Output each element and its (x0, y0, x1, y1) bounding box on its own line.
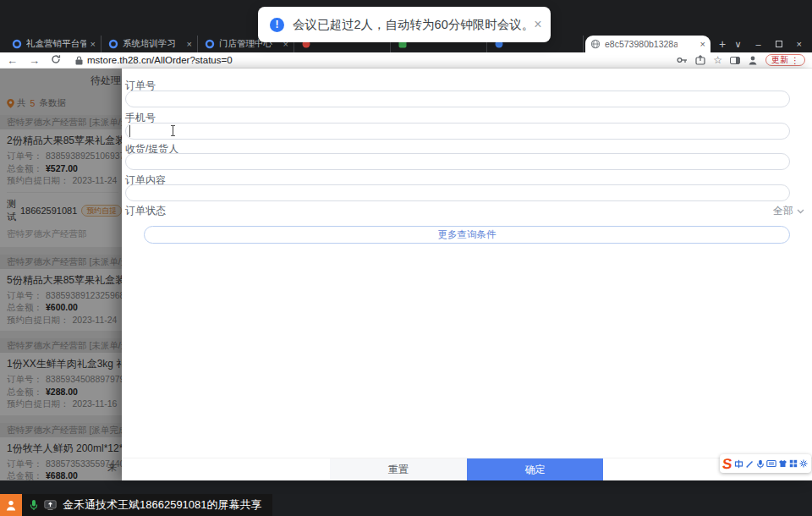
screen: 礼盒营销平台管理中心 × 系统培训学习 × 门店管理中心 × e8c573980… (0, 0, 812, 516)
person-icon (5, 499, 17, 511)
site-favicon (205, 39, 215, 49)
tab-title: 礼盒营销平台管理中心 (26, 38, 86, 50)
site-favicon (108, 39, 118, 49)
order-content-input[interactable] (125, 184, 790, 201)
kebab-menu-icon[interactable]: ⋮ (791, 56, 799, 65)
screen-share-indicator[interactable]: 金禾通技术王斌18662591081的屏幕共享 (0, 494, 272, 516)
more-conditions-button[interactable]: 更多查询条件 (144, 226, 790, 244)
modal-dim-overlay (0, 69, 122, 480)
status-selected-value: 全部 (773, 204, 793, 218)
meeting-toast: ! 会议已超过2人，自动转为60分钟限时会议。 × (258, 7, 551, 42)
chrome-update-button[interactable]: 更新 ⋮ (765, 54, 805, 66)
browser-tab-1[interactable]: 礼盒营销平台管理中心 × (7, 36, 102, 52)
skin-icon[interactable] (778, 459, 787, 468)
bookmark-star-icon[interactable]: ☆ (713, 54, 722, 66)
order-search-drawer: 订单号 手机号 收货/提货人 订单内容 订单状态 全部 更多查询条件 重置 确定 (122, 69, 812, 480)
share-icon[interactable] (695, 55, 705, 65)
toast-close-icon[interactable]: × (534, 18, 541, 31)
page-content: 待处理 共5条数据 密特罗德水产经营部 [未派单/无需拆单] 2份精品大果85苹… (0, 69, 812, 480)
keyboard-icon[interactable] (766, 459, 776, 468)
lock-icon (75, 56, 83, 65)
side-panel-icon[interactable] (730, 57, 740, 64)
settings-gear-icon[interactable] (799, 459, 808, 468)
pen-icon[interactable] (745, 459, 754, 469)
minimize-button[interactable]: – (755, 39, 760, 49)
taskbar: 金禾通技术王斌18662591081的屏幕共享 (0, 480, 812, 516)
profile-avatar-icon[interactable] (748, 55, 758, 65)
order-status-select[interactable]: 全部 (773, 204, 804, 218)
maximize-button[interactable] (776, 41, 782, 47)
reset-button[interactable]: 重置 (330, 458, 467, 480)
address-bar[interactable]: mstore.th28.cn/AllOrder?status=0 (75, 55, 233, 65)
ibeam-cursor (169, 124, 177, 140)
key-icon[interactable] (677, 56, 688, 64)
reload-icon[interactable] (51, 54, 61, 66)
voice-input-icon[interactable] (756, 459, 765, 469)
receiver-input[interactable] (125, 153, 790, 170)
sogou-logo-icon: S (721, 457, 732, 471)
browser-tab-active[interactable]: e8c573980b1328a258fd2e6f8 × (585, 36, 710, 52)
chinese-mode-icon[interactable] (734, 459, 743, 469)
text-caret (129, 125, 130, 137)
chevron-down-icon (797, 209, 804, 214)
order-status-label: 订单状态 (125, 204, 166, 218)
phone-input[interactable] (125, 123, 790, 140)
tab-search-icon[interactable]: ∨ (734, 39, 741, 50)
microphone-icon (30, 499, 38, 511)
tab-close-icon[interactable]: × (91, 39, 96, 49)
site-favicon (12, 39, 22, 49)
browser-tab-2[interactable]: 系统培训学习 × (103, 36, 198, 52)
browser-toolbar: ← → mstore.th28.cn/AllOrder?status=0 ☆ 更… (0, 52, 812, 69)
info-icon: ! (270, 18, 284, 32)
window-controls: ∨ – × (734, 36, 812, 52)
new-tab-button[interactable]: + (716, 37, 729, 51)
tab-close-icon[interactable]: × (700, 39, 705, 49)
tab-close-icon[interactable]: × (187, 39, 192, 49)
globe-icon (590, 39, 601, 49)
ime-toolbar[interactable]: S (720, 454, 811, 473)
screen-share-icon (44, 500, 57, 510)
screen-share-text: 金禾通技术王斌18662591081的屏幕共享 (63, 497, 262, 513)
update-label: 更新 (771, 54, 788, 66)
close-window-button[interactable]: × (797, 39, 802, 49)
order-list-sidebar: 待处理 共5条数据 密特罗德水产经营部 [未派单/无需拆单] 2份精品大果85苹… (0, 69, 122, 480)
toolbox-icon[interactable] (789, 459, 798, 468)
toast-message: 会议已超过2人，自动转为60分钟限时会议。 (293, 17, 534, 33)
sharer-avatar (0, 494, 22, 516)
tab-title: e8c573980b1328a258fd2e6f8 (605, 39, 678, 49)
order-no-input[interactable] (125, 91, 790, 107)
forward-icon[interactable]: → (29, 55, 40, 66)
confirm-button[interactable]: 确定 (467, 458, 603, 480)
back-icon[interactable]: ← (7, 55, 18, 66)
tab-title: 系统培训学习 (123, 38, 176, 50)
url-text: mstore.th28.cn/AllOrder?status=0 (87, 55, 233, 65)
